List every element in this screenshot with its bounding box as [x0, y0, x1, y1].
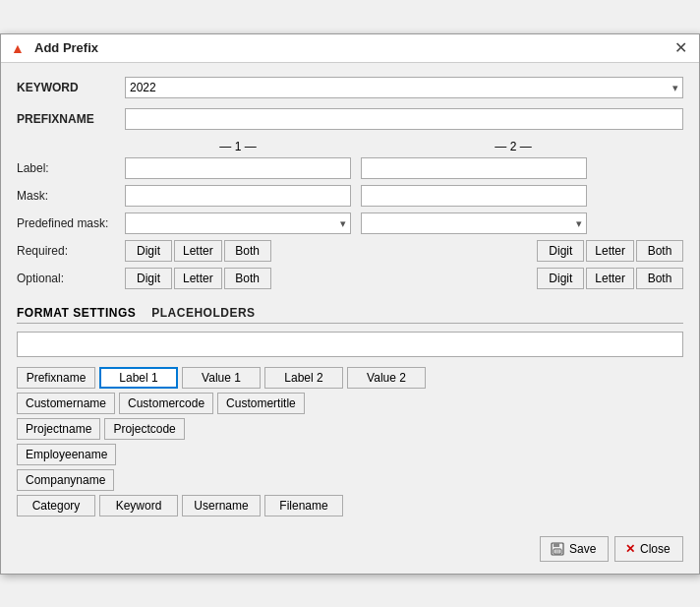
prefixname-input[interactable]	[125, 108, 683, 130]
ph-companyname[interactable]: Companyname	[17, 469, 114, 491]
tab-placeholders[interactable]: PLACEHOLDERS	[151, 303, 264, 323]
close-icon: ✕	[625, 542, 635, 556]
ph-value2[interactable]: Value 2	[347, 367, 426, 389]
ph-projectname[interactable]: Projectname	[17, 418, 100, 440]
save-button[interactable]: Save	[540, 536, 609, 562]
required-both-btn-2[interactable]: Both	[636, 240, 683, 262]
prefixname-row: PREFIXNAME	[17, 108, 683, 130]
format-input[interactable]	[17, 332, 683, 357]
placeholder-row-3: Projectname Projectcode	[17, 418, 683, 440]
placeholder-row-1: Prefixname Label 1 Value 1 Label 2 Value…	[17, 367, 683, 389]
ph-customercode[interactable]: Customercode	[119, 393, 213, 414]
optional-label: Optional:	[17, 272, 125, 285]
ph-customername[interactable]: Customername	[17, 393, 115, 414]
keyword-select[interactable]: 2022	[125, 77, 683, 98]
placeholder-row-2: Customername Customercode Customertitle	[17, 393, 683, 414]
keyword-row: KEYWORD 2022	[17, 77, 683, 98]
placeholder-row-6: Category Keyword Username Filename	[17, 495, 683, 516]
keyword-label: KEYWORD	[17, 81, 115, 94]
ph-prefixname[interactable]: Prefixname	[17, 367, 95, 389]
mask-row: Mask:	[17, 185, 683, 207]
mask2-input[interactable]	[361, 185, 587, 207]
optional-digit-btn-1[interactable]: Digit	[125, 268, 172, 289]
required-row: Required: Digit Letter Both Digit Letter…	[17, 240, 683, 262]
required-digit-btn-1[interactable]: Digit	[125, 240, 172, 262]
optional-btns-right: Digit Letter Both	[537, 268, 683, 289]
dialog-title: Add Prefix	[34, 40, 665, 55]
optional-both-btn-2[interactable]: Both	[636, 268, 683, 289]
ph-label2[interactable]: Label 2	[264, 367, 343, 389]
label-field-label: Label:	[17, 161, 115, 175]
close-button[interactable]: ✕ Close	[614, 536, 683, 562]
predefined-mask-label: Predefined mask:	[17, 216, 115, 230]
dialog: ▲ Add Prefix ✕ KEYWORD 2022 PREFIXNAME —…	[0, 33, 700, 575]
predefined-mask2-select[interactable]	[361, 212, 587, 234]
ph-projectcode[interactable]: Projectcode	[104, 418, 184, 440]
footer: Save ✕ Close	[1, 526, 699, 574]
col1-header: — 1 —	[125, 140, 351, 153]
ph-customertitle[interactable]: Customertitle	[217, 393, 305, 414]
ph-value1[interactable]: Value 1	[182, 367, 261, 389]
label-row: Label:	[17, 157, 683, 179]
app-logo: ▲	[11, 40, 27, 56]
label2-input[interactable]	[361, 157, 587, 179]
mask1-input[interactable]	[125, 185, 351, 207]
optional-btns-left: Digit Letter Both	[125, 268, 271, 289]
section-tabs: FORMAT SETTINGS PLACEHOLDERS	[17, 303, 683, 324]
placeholder-grid: Prefixname Label 1 Value 1 Label 2 Value…	[17, 367, 683, 516]
required-letter-btn-1[interactable]: Letter	[174, 240, 222, 262]
required-digit-btn-2[interactable]: Digit	[537, 240, 584, 262]
prefixname-label: PREFIXNAME	[17, 112, 115, 126]
required-both-btn-1[interactable]: Both	[224, 240, 271, 262]
col2-header: — 2 —	[400, 140, 626, 153]
ph-filename[interactable]: Filename	[264, 495, 343, 516]
svg-rect-1	[554, 543, 559, 547]
required-label: Required:	[17, 244, 125, 258]
optional-row: Optional: Digit Letter Both Digit Letter…	[17, 268, 683, 289]
predefined-mask1-select[interactable]	[125, 212, 351, 234]
title-bar: ▲ Add Prefix ✕	[1, 34, 699, 63]
ph-keyword[interactable]: Keyword	[99, 495, 178, 516]
required-btns-left: Digit Letter Both	[125, 240, 271, 262]
placeholder-row-4: Employeename	[17, 444, 683, 465]
optional-letter-btn-2[interactable]: Letter	[586, 268, 634, 289]
optional-both-btn-1[interactable]: Both	[224, 268, 271, 289]
label1-input[interactable]	[125, 157, 351, 179]
optional-letter-btn-1[interactable]: Letter	[174, 268, 222, 289]
column-headers: — 1 — — 2 —	[125, 140, 683, 153]
svg-rect-3	[555, 550, 560, 553]
close-window-button[interactable]: ✕	[672, 40, 689, 56]
save-icon	[551, 542, 564, 556]
tab-format-settings[interactable]: FORMAT SETTINGS	[17, 303, 146, 323]
required-letter-btn-2[interactable]: Letter	[586, 240, 634, 262]
predefined-mask-row: Predefined mask:	[17, 212, 683, 234]
required-btns-right: Digit Letter Both	[537, 240, 683, 262]
optional-digit-btn-2[interactable]: Digit	[537, 268, 584, 289]
ph-category[interactable]: Category	[17, 495, 95, 516]
ph-label1[interactable]: Label 1	[99, 367, 178, 389]
ph-username[interactable]: Username	[182, 495, 261, 516]
placeholder-row-5: Companyname	[17, 469, 683, 491]
ph-employeename[interactable]: Employeename	[17, 444, 116, 465]
mask-field-label: Mask:	[17, 189, 115, 203]
